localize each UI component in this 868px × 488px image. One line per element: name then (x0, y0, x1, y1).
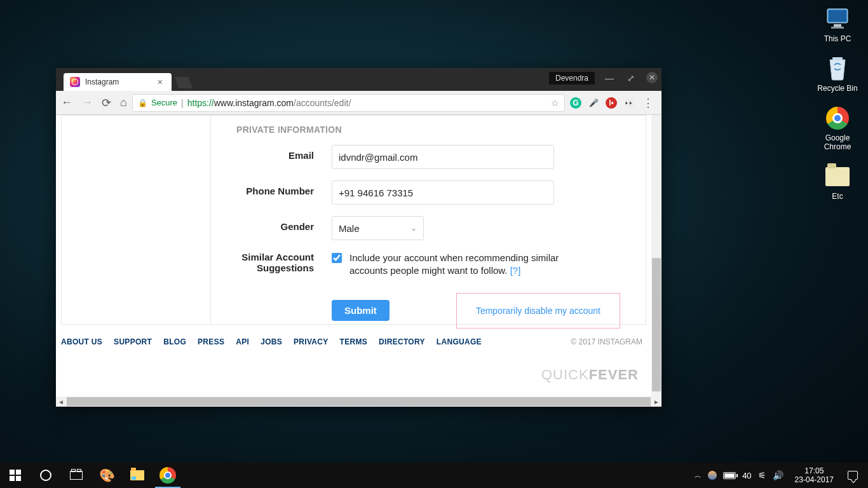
chevron-down-icon: ⌄ (410, 224, 417, 233)
footer-link[interactable]: PRIVACY (294, 337, 329, 346)
desktop-icon-recycle-bin[interactable]: Recycle Bin (813, 56, 862, 93)
weather-icon[interactable] (708, 471, 717, 480)
explorer-icon (130, 470, 144, 480)
submit-button[interactable]: Submit (332, 300, 390, 321)
taskbar-app-paint[interactable]: 🎨 (92, 463, 122, 488)
microphone-icon[interactable]: 🎤 (588, 97, 599, 109)
desktop-icons: This PC Recycle Bin Google Chrome Etc (813, 6, 862, 201)
email-input[interactable] (332, 145, 554, 169)
bookmark-star-icon[interactable]: ☆ (551, 98, 559, 108)
desktop-icon-etc[interactable]: Etc (813, 164, 862, 201)
system-tray: ︿ 40 ⚟ 🔊 (689, 470, 788, 480)
lock-icon: 🔒 (138, 98, 147, 107)
page-viewport: PRIVATE INFORMATION Email Phone Number G… (56, 115, 661, 407)
horizontal-scrollbar[interactable]: ◄ ► (56, 396, 661, 407)
chrome-user-badge[interactable]: Devendra (549, 72, 595, 85)
svg-rect-2 (834, 24, 841, 27)
reload-button[interactable]: ⟳ (102, 96, 111, 110)
minimize-button[interactable]: — (603, 72, 616, 85)
notification-icon (848, 471, 858, 480)
footer-link[interactable]: TERMS (340, 337, 368, 346)
settings-card: PRIVATE INFORMATION Email Phone Number G… (61, 115, 646, 325)
windows-icon (10, 470, 21, 481)
tab-title: Instagram (85, 78, 119, 86)
disable-account-link[interactable]: Temporarily disable my account (476, 306, 600, 316)
cortana-button[interactable] (31, 463, 61, 488)
secure-label: Secure (151, 98, 177, 107)
taskbar-app-explorer[interactable] (122, 463, 153, 488)
row-phone: Phone Number (236, 180, 620, 205)
taskbar-app-chrome[interactable] (153, 463, 183, 488)
hscroll-thumb[interactable] (67, 397, 651, 406)
footer-link[interactable]: SUPPORT (114, 337, 152, 346)
desktop-icon-label: Recycle Bin (817, 84, 857, 93)
taskview-icon (70, 471, 83, 480)
disable-account-box: Temporarily disable my account (456, 293, 620, 329)
close-button[interactable]: ✕ (646, 72, 658, 83)
gender-value: Male (339, 223, 360, 234)
row-actions: Submit Temporarily disable my account (236, 289, 620, 329)
url-separator: | (181, 98, 184, 108)
row-email: Email (236, 145, 620, 169)
desktop-icon-google-chrome[interactable]: Google Chrome (813, 105, 862, 151)
extension-icon[interactable]: 👀 (623, 97, 635, 109)
label-phone: Phone Number (236, 180, 332, 196)
label-email: Email (236, 145, 332, 161)
desktop-icon-this-pc[interactable]: This PC (813, 6, 862, 43)
similar-checkbox-label: Include your account when recommending s… (349, 252, 578, 278)
section-title: PRIVATE INFORMATION (236, 125, 620, 135)
start-button[interactable] (0, 463, 31, 488)
tray-temperature: 40 (742, 471, 751, 480)
lastpass-icon[interactable]: l• (606, 97, 617, 109)
footer-link[interactable]: JOBS (261, 337, 282, 346)
similar-checkbox[interactable] (332, 253, 342, 263)
folder-icon (825, 164, 850, 189)
volume-icon[interactable]: 🔊 (773, 470, 783, 480)
footer-link[interactable]: ABOUT US (61, 337, 102, 346)
taskbar-left: 🎨 (0, 463, 183, 488)
tab-close-icon[interactable]: × (155, 77, 165, 87)
help-link[interactable]: [?] (510, 265, 521, 276)
pc-icon (825, 6, 850, 32)
tab-instagram[interactable]: Instagram × (64, 73, 172, 91)
home-button[interactable]: ⌂ (120, 96, 127, 110)
chrome-menu-button[interactable]: ⋮ (640, 96, 656, 110)
footer-link[interactable]: PRESS (198, 337, 224, 346)
footer-link[interactable]: BLOG (163, 337, 186, 346)
back-button[interactable]: ← (61, 96, 72, 110)
settings-sidebar (62, 116, 211, 324)
action-center-button[interactable] (840, 463, 865, 488)
phone-input[interactable] (332, 180, 554, 205)
maximize-button[interactable]: ⤢ (625, 72, 637, 85)
grammarly-icon[interactable]: G (570, 97, 581, 109)
taskbar: 🎨 ︿ 40 ⚟ 🔊 17:05 23-04-2017 (0, 463, 868, 488)
scroll-right-icon[interactable]: ► (651, 398, 661, 405)
chrome-icon (825, 105, 850, 131)
taskview-button[interactable] (61, 463, 92, 488)
clock-date: 23-04-2017 (795, 475, 834, 484)
taskbar-right: ︿ 40 ⚟ 🔊 17:05 23-04-2017 (689, 463, 868, 488)
paint-icon: 🎨 (99, 468, 115, 483)
footer-link[interactable]: API (236, 337, 249, 346)
svg-rect-4 (832, 57, 843, 60)
footer-link[interactable]: LANGUAGE (437, 337, 482, 346)
gender-select[interactable]: Male ⌄ (332, 216, 424, 240)
scrollbar-thumb[interactable] (652, 258, 661, 391)
cortana-icon (40, 470, 51, 481)
page-footer: ABOUT US SUPPORT BLOG PRESS API JOBS PRI… (61, 337, 646, 346)
address-bar[interactable]: 🔒 Secure | https://www.instagram.com/acc… (132, 94, 565, 112)
clock-time: 17:05 (795, 466, 834, 475)
footer-link[interactable]: DIRECTORY (379, 337, 425, 346)
new-tab-button[interactable] (175, 77, 193, 88)
wifi-icon[interactable]: ⚟ (758, 470, 766, 480)
battery-icon[interactable] (723, 472, 736, 479)
taskbar-clock[interactable]: 17:05 23-04-2017 (789, 466, 840, 485)
forward-button[interactable]: → (81, 96, 93, 110)
tray-overflow-button[interactable]: ︿ (695, 471, 702, 480)
footer-links: ABOUT US SUPPORT BLOG PRESS API JOBS PRI… (61, 337, 646, 346)
row-similar: Similar Account Suggestions Include your… (236, 252, 620, 278)
label-gender: Gender (236, 216, 332, 232)
scroll-left-icon[interactable]: ◄ (56, 398, 66, 405)
vertical-scrollbar[interactable] (651, 115, 661, 396)
watermark: QUICKFEVER (541, 367, 639, 383)
